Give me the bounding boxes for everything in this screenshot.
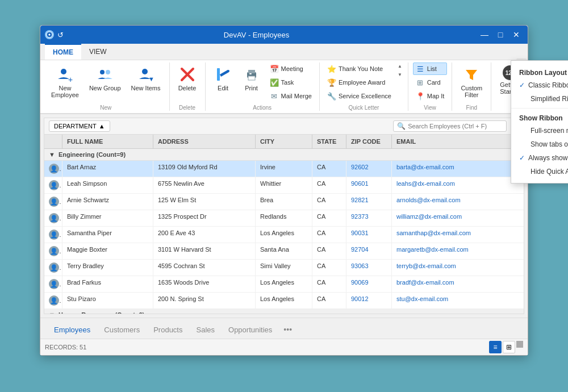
table-row[interactable]: 👤 Stu Pizaro 200 N. Spring St Los Angele… [44,293,524,309]
hide-toolbar-option[interactable]: Hide Quick Access Toolbar [511,165,568,178]
new-items-button[interactable]: ▼ New Items [127,62,165,94]
col-address[interactable]: ADDRESS [153,135,256,148]
edit-button[interactable]: Edit [210,62,236,94]
service-excellence-icon: 🔧 [327,91,336,101]
new-employee-button[interactable]: + NewEmployee [47,62,83,101]
group-collapse-icon: ▼ [49,151,55,158]
row-city: Redlands [256,210,312,226]
employee-award-label: Employee Award [339,79,385,86]
task-button[interactable]: ✅ Task [267,76,315,89]
mail-merge-icon: ✉ [270,91,279,101]
ribbon-group-new: + NewEmployee [43,62,170,111]
grid-view-toggle[interactable]: ⊞ [503,341,515,353]
table-row[interactable]: 👤 Billy Zimmer 1325 Prospect Dr Redlands… [44,210,524,227]
ribbon-group-view: ☰ List ⊞ Card 📍 Map It View [408,62,453,111]
print-button[interactable]: Print [239,62,265,94]
search-box[interactable]: 🔍 [393,120,507,132]
nav-tab-opportunities[interactable]: Opportunities [222,323,279,336]
table-row[interactable]: 👤 Samantha Piper 200 E Ave 43 Los Angele… [44,227,524,243]
search-input[interactable] [408,123,503,130]
col-state[interactable]: STATE [312,135,346,148]
new-group-items: + NewEmployee [47,62,165,102]
svg-rect-14 [249,73,252,74]
close-button[interactable]: ✕ [509,28,523,41]
map-it-button[interactable]: 📍 Map It [413,90,448,102]
table-row[interactable]: 👤 Brad Farkus 1635 Woods Drive Los Angel… [44,276,524,293]
nav-tab-sales[interactable]: Sales [189,323,222,336]
edit-icon [214,65,232,84]
group-hr[interactable]: ▼ Human Resources (Count=6) [44,309,524,314]
nav-tab-customers[interactable]: Customers [97,323,147,336]
row-state: CA [312,243,346,259]
table-row[interactable]: 👤 Bart Arnaz 13109 Old Myford Rd Irvine … [44,161,524,177]
table-row[interactable]: 👤 Arnie Schwartz 125 W Elm St Brea CA 92… [44,194,524,210]
resize-handle[interactable] [516,341,523,348]
nav-more-button[interactable]: ••• [279,323,296,336]
minimize-button[interactable]: — [478,28,491,41]
meeting-button[interactable]: 📅 Meeting [267,62,315,75]
table-row[interactable]: 👤 Maggie Boxter 3101 W Harvard St Santa … [44,243,524,260]
department-filter[interactable]: DEPARTMENT ▲ [49,120,110,132]
row-state: CA [312,260,346,276]
delete-button[interactable]: Delete [174,62,201,94]
row-zip: 90601 [346,177,392,193]
row-state: CA [312,276,346,292]
simplified-ribbon-label: Simplified Ribbon [531,95,568,103]
classic-check: ✓ [519,81,525,89]
col-zipcode[interactable]: ZIP CODE [346,135,392,148]
card-view-button[interactable]: ⊞ Card [413,76,448,89]
custom-filter-button[interactable]: CustomFilter [457,62,486,101]
new-items-label: New Items [131,85,161,91]
row-avatar: 👤 [44,161,62,177]
ribbon: + NewEmployee [40,60,528,114]
row-name: Leah Simpson [62,177,153,193]
nav-tab-products[interactable]: Products [147,323,189,336]
quick-letter-dropdown-down[interactable]: ▼ [396,71,403,78]
col-fullname[interactable]: FULL NAME [62,135,153,148]
thank-you-button[interactable]: ⭐ Thank You Note [324,62,394,75]
view-group-label: View [424,105,436,111]
mail-merge-label: Mail Merge [281,93,312,99]
row-state: CA [312,194,346,210]
title-bar: ↺ DevAV - Employees — □ ✕ [40,26,528,44]
tab-view[interactable]: VIEW [81,44,115,60]
list-view-button[interactable]: ☰ List [413,62,448,75]
classic-ribbon-option[interactable]: ✓ Classic Ribbon [511,78,568,92]
simplified-ribbon-option[interactable]: Simplified Ribbon [511,92,568,106]
fullscreen-option[interactable]: Full-screen mode [511,124,568,137]
hr-collapse-icon: ▼ [49,311,55,314]
col-city[interactable]: CITY [256,135,312,148]
nav-tab-employees[interactable]: Employees [47,323,97,336]
ribbon-group-quick-letter: ⭐ Thank You Note 🏆 Employee Award 🔧 Serv… [320,62,408,111]
grid-body: ▼ Engineering (Count=9) 👤 Bart Arnaz 131… [44,149,524,314]
maximize-button[interactable]: □ [494,28,507,41]
tabs-only-option[interactable]: Show tabs only [511,137,568,151]
group-engineering[interactable]: ▼ Engineering (Count=9) [44,149,524,161]
row-address: 200 N. Spring St [153,293,256,308]
row-zip: 92373 [346,210,392,226]
always-show-option[interactable]: ✓ Always show Ribbon [511,151,568,165]
list-label: List [427,65,437,72]
table-row[interactable]: 👤 Terry Bradley 4595 Cochran St Simi Val… [44,260,524,276]
nav-tabs: Employees Customers Products Sales Oppor… [40,318,528,339]
mail-merge-button[interactable]: ✉ Mail Merge [267,90,315,102]
print-icon [243,65,261,84]
quick-letter-dropdown-arrow[interactable]: ▲ [396,62,403,70]
window-title: DevAV - Employees [35,31,478,39]
row-address: 13109 Old Myford Rd [153,161,256,177]
show-ribbon-title: Show Ribbon [511,111,568,124]
col-email[interactable]: EMAIL [392,135,524,148]
list-view-toggle[interactable]: ≡ [489,341,502,353]
row-email: bradf@dx-email.com [392,276,524,292]
view-items: ☰ List ⊞ Card 📍 Map It [413,62,448,102]
table-row[interactable]: 👤 Leah Simpson 6755 Newlin Ave Whittier … [44,177,524,194]
new-group-button[interactable]: New Group [85,62,125,94]
tab-home[interactable]: HOME [45,44,81,60]
employee-award-button[interactable]: 🏆 Employee Award [324,76,394,89]
delete-label: Delete [178,85,197,91]
row-address: 1325 Prospect Dr [153,210,256,226]
task-label: Task [281,79,294,86]
view-small-buttons: ☰ List ⊞ Card 📍 Map It [413,62,448,102]
service-excellence-button[interactable]: 🔧 Service Excellence [324,90,394,102]
row-avatar: 👤 [44,210,62,226]
